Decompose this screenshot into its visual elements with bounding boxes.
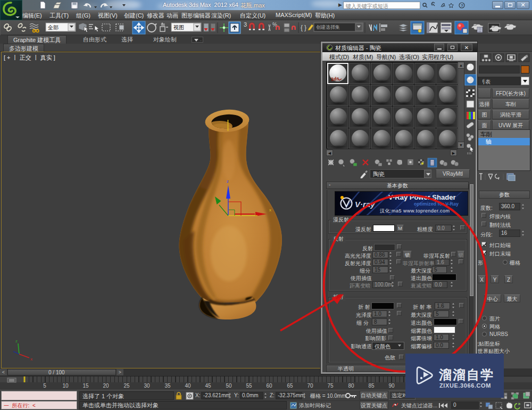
svg-text:3ds: 3ds — [330, 76, 339, 82]
svg-text:5: 5 — [43, 383, 46, 389]
svg-text:全部: 全部 — [47, 24, 59, 30]
svg-text:溜溜自学: 溜溜自学 — [438, 367, 494, 382]
svg-text:55: 55 — [246, 383, 252, 389]
svg-text:65: 65 — [287, 383, 293, 389]
svg-text:35: 35 — [164, 383, 171, 389]
svg-text:25: 25 — [123, 383, 130, 389]
svg-text:ZIXUE.3066.COM: ZIXUE.3066.COM — [439, 382, 491, 389]
svg-text:40: 40 — [185, 383, 191, 389]
svg-text:10: 10 — [62, 383, 69, 389]
svg-text:90: 90 — [388, 383, 395, 389]
svg-text:20: 20 — [103, 383, 109, 389]
svg-text:{: { — [301, 24, 303, 31]
svg-text:85: 85 — [368, 383, 375, 389]
svg-text:15: 15 — [82, 383, 89, 389]
svg-text:80: 80 — [348, 383, 354, 389]
svg-text:75: 75 — [327, 383, 334, 389]
svg-text:V-Ray Power Shader: V-Ray Power Shader — [388, 193, 455, 201]
svg-text:创建选择集: 创建选择集 — [316, 24, 340, 30]
svg-text:V·ray: V·ray — [355, 200, 375, 209]
svg-text:3: 3 — [244, 21, 247, 28]
svg-text:}: } — [304, 24, 306, 31]
svg-text:?: ? — [461, 3, 463, 8]
svg-text:z: z — [15, 339, 18, 343]
svg-text:70: 70 — [307, 383, 313, 389]
svg-text:视图: 视图 — [173, 24, 184, 30]
svg-text:x: x — [30, 357, 32, 362]
svg-text:50: 50 — [226, 383, 232, 389]
svg-text:x: x — [269, 208, 271, 212]
svg-text:z: z — [227, 179, 229, 184]
svg-text:60: 60 — [266, 383, 272, 389]
svg-text:45: 45 — [205, 383, 211, 389]
svg-text:30: 30 — [144, 383, 150, 389]
svg-text:optimized for V-Ray: optimized for V-Ray — [414, 201, 459, 207]
svg-text:汉化:ma5 www.toprender.com: 汉化:ma5 www.toprender.com — [380, 208, 450, 214]
